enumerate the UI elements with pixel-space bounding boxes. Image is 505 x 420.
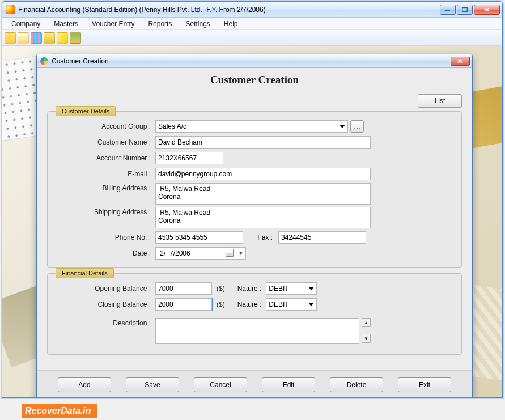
edit-button[interactable]: Edit xyxy=(262,377,315,392)
label-shipping: Shipping Address : xyxy=(82,207,155,216)
account-number-input[interactable] xyxy=(155,152,223,164)
customer-details-fieldset: Customer Details Account Group : Sales A… xyxy=(47,111,462,268)
label-opening: Opening Balance : xyxy=(82,285,155,292)
customer-name-input[interactable] xyxy=(155,136,371,149)
toolbar-icon-4[interactable] xyxy=(44,32,55,44)
opening-balance-input[interactable] xyxy=(155,282,212,295)
calendar-icon[interactable] xyxy=(226,249,234,257)
toolbar-icon-1[interactable] xyxy=(5,32,16,44)
label-account-number: Account Number : xyxy=(82,154,155,162)
menu-masters[interactable]: Masters xyxy=(48,19,84,29)
maximize-button[interactable] xyxy=(457,5,473,15)
label-account-group: Account Group : xyxy=(82,122,155,130)
customer-creation-dialog: Customer Creation Customer Creation List… xyxy=(36,54,473,397)
date-dropdown-arrow[interactable]: ▼ xyxy=(238,250,244,256)
account-group-select[interactable]: Sales A/c xyxy=(155,120,348,133)
main-window: Financial Accounting (Standard Edition) … xyxy=(2,1,503,398)
menu-reports[interactable]: Reports xyxy=(142,19,177,29)
label-billing: Billing Address : xyxy=(82,183,155,192)
toolbar-icon-5[interactable] xyxy=(57,32,68,44)
financial-details-fieldset: Financial Details Opening Balance : ($) … xyxy=(47,273,462,355)
scroll-down-button[interactable]: ▼ xyxy=(362,334,371,343)
menu-voucher[interactable]: Voucher Entry xyxy=(86,19,140,29)
scroll-up-button[interactable]: ▲ xyxy=(362,318,371,327)
account-group-browse-button[interactable]: … xyxy=(350,120,364,133)
closing-balance-input[interactable] xyxy=(155,298,212,311)
dialog-close-button[interactable] xyxy=(451,57,470,66)
titlebar: Financial Accounting (Standard Edition) … xyxy=(2,2,502,18)
closing-currency: ($) xyxy=(217,300,225,308)
menu-help[interactable]: Help xyxy=(218,19,244,29)
content-area: Customer Creation Customer Creation List… xyxy=(2,46,502,397)
shipping-address-input[interactable]: R5, Malwa Road Corona xyxy=(155,207,371,228)
financial-details-legend: Financial Details xyxy=(56,268,114,278)
dialog-icon xyxy=(40,57,48,65)
label-closing: Closing Balance : xyxy=(82,300,155,308)
label-nature-1: Nature : xyxy=(237,285,262,292)
close-button[interactable] xyxy=(474,5,500,15)
dialog-heading: Customer Creation xyxy=(37,68,472,94)
toolbar xyxy=(2,30,502,46)
menu-settings[interactable]: Settings xyxy=(180,19,215,29)
window-controls xyxy=(440,5,500,15)
app-icon xyxy=(6,5,15,14)
watermark: RecoverData.in xyxy=(22,404,97,418)
svg-rect-0 xyxy=(445,10,450,11)
label-date: Date : xyxy=(82,249,155,257)
fax-input[interactable] xyxy=(278,231,366,244)
dialog-button-bar: Add Save Cancel Edit Delete Exit xyxy=(37,370,472,397)
dialog-titlebar: Customer Creation xyxy=(37,54,472,68)
email-input[interactable] xyxy=(155,168,371,180)
minimize-button[interactable] xyxy=(440,5,456,15)
save-button[interactable]: Save xyxy=(126,377,179,392)
toolbar-icon-6[interactable] xyxy=(70,32,81,44)
window-title: Financial Accounting (Standard Edition) … xyxy=(18,6,440,14)
opening-currency: ($) xyxy=(217,285,225,292)
label-phone: Phone No. : xyxy=(82,234,155,241)
menu-company[interactable]: Company xyxy=(6,19,46,29)
dialog-title: Customer Creation xyxy=(52,57,451,65)
label-customer-name: Customer Name : xyxy=(82,138,155,146)
delete-button[interactable]: Delete xyxy=(330,377,383,392)
menubar: Company Masters Voucher Entry Reports Se… xyxy=(2,18,502,30)
opening-nature-select[interactable]: DEBIT xyxy=(266,282,317,295)
phone-input[interactable] xyxy=(155,231,243,244)
label-email: E-mail : xyxy=(82,170,155,178)
billing-address-input[interactable]: R5, Malwa Road Corona xyxy=(155,183,371,205)
toolbar-icon-3[interactable] xyxy=(31,32,42,44)
label-fax: Fax : xyxy=(254,234,278,241)
customer-details-legend: Customer Details xyxy=(56,106,116,116)
description-input[interactable] xyxy=(155,318,359,344)
closing-nature-select[interactable]: DEBIT xyxy=(266,298,317,311)
list-button[interactable]: List xyxy=(418,94,462,108)
svg-rect-1 xyxy=(462,7,468,11)
cancel-button[interactable]: Cancel xyxy=(194,377,247,392)
add-button[interactable]: Add xyxy=(58,377,111,392)
toolbar-icon-2[interactable] xyxy=(18,32,29,44)
label-nature-2: Nature : xyxy=(237,300,262,308)
description-scroll: ▲ ▼ xyxy=(362,318,371,343)
label-description: Description : xyxy=(82,318,155,327)
exit-button[interactable]: Exit xyxy=(398,377,451,392)
